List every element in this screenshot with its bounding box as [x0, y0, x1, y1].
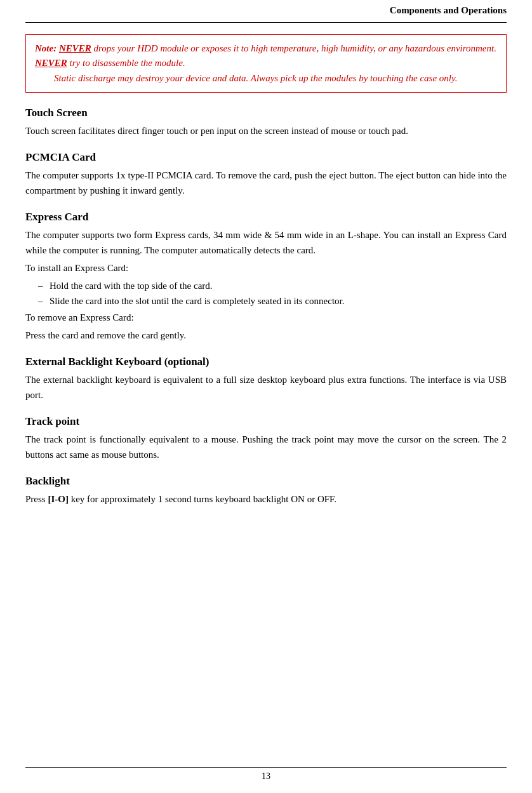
section-body-external-backlight-keyboard: The external backlight keyboard is equiv…	[25, 372, 507, 403]
section-title-express-card: Express Card	[25, 211, 507, 223]
section-track-point: Track point The track point is functiona…	[25, 415, 507, 462]
note-label: Note:	[35, 43, 57, 53]
section-title-pcmcia-card: PCMCIA Card	[25, 151, 507, 164]
express-card-para3: To remove an Express Card:	[25, 310, 507, 325]
section-external-backlight-keyboard: External Backlight Keyboard (optional) T…	[25, 356, 507, 403]
page-number: 13	[262, 771, 270, 781]
backlight-para1: Press [I-O] key for approximately 1 seco…	[25, 491, 507, 507]
section-pcmcia-card: PCMCIA Card The computer supports 1x typ…	[25, 151, 507, 198]
express-card-para4: Press the card and remove the card gentl…	[25, 328, 507, 343]
section-express-card: Express Card The computer supports two f…	[25, 211, 507, 343]
page-header: Components and Operations	[25, 0, 507, 23]
express-card-para1: The computer supports two form Express c…	[25, 227, 507, 258]
note-line1: drops your HDD module or exposes it to h…	[91, 43, 496, 53]
express-card-para2: To install an Express Card:	[25, 260, 507, 276]
section-title-backlight: Backlight	[25, 475, 507, 488]
never2: NEVER	[35, 58, 67, 68]
note-line3: Static discharge may destroy your device…	[54, 73, 458, 83]
section-backlight: Backlight Press [I-O] key for approximat…	[25, 475, 507, 507]
express-card-bullet1: Hold the card with the top side of the c…	[38, 278, 507, 293]
page-footer: 13	[25, 767, 507, 782]
page-container: Components and Operations Note: NEVER dr…	[0, 0, 532, 793]
section-body-pcmcia-card: The computer supports 1x type-II PCMCIA …	[25, 168, 507, 198]
note-box: Note: NEVER drops your HDD module or exp…	[25, 34, 507, 93]
express-card-bullets: Hold the card with the top side of the c…	[25, 278, 507, 309]
section-body-track-point: The track point is functionally equivale…	[25, 432, 507, 462]
section-body-touch-screen: Touch screen facilitates direct finger t…	[25, 123, 507, 138]
section-title-track-point: Track point	[25, 415, 507, 428]
note-line2: try to disassemble the module.	[67, 58, 185, 68]
page-title: Components and Operations	[390, 5, 507, 15]
section-touch-screen: Touch Screen Touch screen facilitates di…	[25, 107, 507, 138]
track-point-para1: The track point is functionally equivale…	[25, 432, 507, 462]
section-body-backlight: Press [I-O] key for approximately 1 seco…	[25, 491, 507, 507]
express-card-bullet2: Slide the card into the slot until the c…	[38, 293, 507, 309]
pcmcia-card-para1: The computer supports 1x type-II PCMCIA …	[25, 168, 507, 198]
never1: NEVER	[59, 43, 91, 53]
section-title-external-backlight-keyboard: External Backlight Keyboard (optional)	[25, 356, 507, 368]
backlight-key: [I-O]	[48, 494, 69, 504]
external-backlight-keyboard-para1: The external backlight keyboard is equiv…	[25, 372, 507, 403]
section-title-touch-screen: Touch Screen	[25, 107, 507, 119]
touch-screen-para1: Touch screen facilitates direct finger t…	[25, 123, 507, 138]
section-body-express-card: The computer supports two form Express c…	[25, 227, 507, 343]
